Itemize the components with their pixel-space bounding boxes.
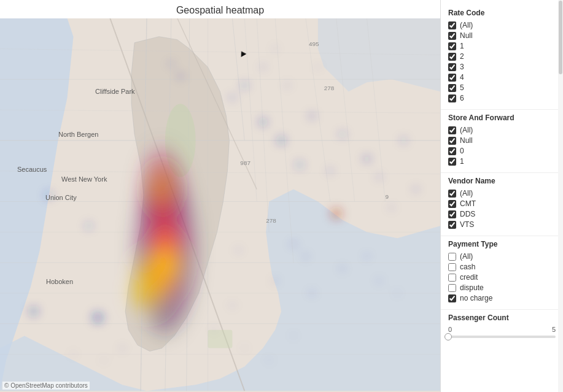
svg-point-64 <box>303 253 309 259</box>
sidebar: Rate Code (All) Null 1 2 3 <box>440 0 563 392</box>
checkbox-rate-code-2[interactable] <box>448 53 456 61</box>
checkbox-payment-no-charge[interactable] <box>448 294 456 302</box>
rate-code-2[interactable]: 2 <box>448 52 556 61</box>
svg-point-47 <box>338 130 347 139</box>
svg-text:278: 278 <box>324 85 335 91</box>
rate-code-6[interactable]: 6 <box>448 94 556 102</box>
svg-rect-31 <box>208 330 233 348</box>
map-title: Geospatial heatmap <box>0 0 440 18</box>
payment-no-charge[interactable]: no charge <box>448 294 556 302</box>
svg-point-42 <box>240 81 249 90</box>
label-secaucus: Secaucus <box>17 166 47 173</box>
svg-point-67 <box>235 247 241 253</box>
checkbox-vendor-cmt[interactable] <box>448 200 456 208</box>
scrollbar-thumb[interactable] <box>559 1 562 74</box>
filter-section-vendor-name: Vendor Name (All) CMT DDS VTS <box>441 173 563 236</box>
filter-section-payment-type: Payment Type (All) cash credit dispute n… <box>441 236 563 310</box>
slider-track[interactable] <box>448 336 556 338</box>
checkbox-rate-code-1[interactable] <box>448 42 456 50</box>
checkbox-payment-all[interactable] <box>448 253 456 261</box>
svg-point-72 <box>229 302 235 309</box>
scrollbar-track[interactable] <box>558 0 563 392</box>
filter-section-rate-code: Rate Code (All) Null 1 2 3 <box>441 5 563 110</box>
filter-section-store-forward: Store And Forward (All) Null 0 1 <box>441 110 563 173</box>
vendor-vts[interactable]: VTS <box>448 220 556 229</box>
svg-point-76 <box>291 334 296 339</box>
checkbox-store-forward-1[interactable] <box>448 158 456 166</box>
svg-point-77 <box>119 345 125 352</box>
rate-code-1[interactable]: 1 <box>448 42 556 50</box>
checkbox-rate-code-all[interactable] <box>448 21 456 29</box>
payment-dispute[interactable]: dispute <box>448 283 556 292</box>
svg-point-53 <box>388 205 394 211</box>
svg-point-45 <box>295 160 305 170</box>
checkbox-rate-code-4[interactable] <box>448 74 456 82</box>
checkbox-rate-code-null[interactable] <box>448 32 456 40</box>
filter-title-store-forward: Store And Forward <box>448 113 556 122</box>
checkbox-rate-code-5[interactable] <box>448 84 456 92</box>
svg-point-44 <box>276 135 287 146</box>
svg-point-38 <box>28 306 40 318</box>
filter-section-passenger-count: Passenger Count 0 5 <box>441 310 563 345</box>
svg-point-57 <box>177 72 184 80</box>
checkbox-payment-dispute[interactable] <box>448 284 456 292</box>
checkbox-payment-credit[interactable] <box>448 274 456 282</box>
label-union-city: Union City <box>45 194 77 201</box>
checkbox-store-forward-0[interactable] <box>448 147 456 155</box>
label-north-bergen: North Bergen <box>58 131 98 138</box>
rate-code-null[interactable]: Null <box>448 31 556 40</box>
svg-point-40 <box>84 221 93 230</box>
rate-code-3[interactable]: 3 <box>448 63 556 71</box>
slider-max-label: 5 <box>552 326 556 333</box>
payment-cash[interactable]: cash <box>448 263 556 271</box>
main-container: Geospatial heatmap <box>0 0 563 392</box>
svg-point-75 <box>266 358 271 363</box>
checkbox-store-forward-null[interactable] <box>448 137 456 145</box>
slider-labels: 0 5 <box>448 326 556 333</box>
store-forward-0[interactable]: 0 <box>448 147 556 155</box>
checkbox-vendor-dds[interactable] <box>448 210 456 218</box>
svg-point-37 <box>90 310 105 325</box>
checkbox-vendor-all[interactable] <box>448 190 456 198</box>
vendor-dds[interactable]: DDS <box>448 210 556 218</box>
rate-code-5[interactable]: 5 <box>448 83 556 92</box>
svg-point-51 <box>399 136 408 145</box>
vendor-all[interactable]: (All) <box>448 189 556 198</box>
slider-thumb[interactable] <box>445 333 452 340</box>
svg-point-43 <box>228 94 236 101</box>
payment-all[interactable]: (All) <box>448 252 556 261</box>
svg-point-66 <box>272 278 278 284</box>
checkbox-payment-cash[interactable] <box>448 263 456 271</box>
svg-point-63 <box>290 240 297 248</box>
svg-text:495: 495 <box>309 40 319 47</box>
svg-text:987: 987 <box>240 159 250 166</box>
checkbox-store-forward-all[interactable] <box>448 126 456 134</box>
rate-code-all[interactable]: (All) <box>448 21 556 29</box>
store-forward-null[interactable]: Null <box>448 136 556 145</box>
svg-point-69 <box>364 253 370 259</box>
vendor-cmt[interactable]: CMT <box>448 199 556 208</box>
label-west-new-york: West New York <box>61 175 107 183</box>
svg-point-48 <box>327 167 334 175</box>
filter-title-passenger-count: Passenger Count <box>448 313 556 322</box>
svg-point-59 <box>260 64 266 70</box>
svg-point-41 <box>258 117 268 127</box>
label-hoboken: Hoboken <box>46 278 73 285</box>
filter-title-rate-code: Rate Code <box>448 9 556 17</box>
svg-point-78 <box>101 358 106 363</box>
map-background: 987 495 278 278 9 <box>0 17 440 392</box>
checkbox-rate-code-6[interactable] <box>448 94 456 102</box>
checkbox-rate-code-3[interactable] <box>448 63 456 71</box>
rate-code-4[interactable]: 4 <box>448 73 556 82</box>
svg-point-52 <box>412 186 419 193</box>
svg-point-33 <box>138 140 187 238</box>
checkbox-vendor-vts[interactable] <box>448 221 456 229</box>
store-forward-all[interactable]: (All) <box>448 126 556 134</box>
slider-min-label: 0 <box>448 326 452 333</box>
store-forward-1[interactable]: 1 <box>448 157 556 166</box>
svg-point-61 <box>284 82 290 88</box>
payment-credit[interactable]: credit <box>448 273 556 282</box>
map-area: Geospatial heatmap <box>0 0 440 392</box>
svg-text:278: 278 <box>266 217 276 224</box>
filter-title-payment-type: Payment Type <box>448 240 556 248</box>
